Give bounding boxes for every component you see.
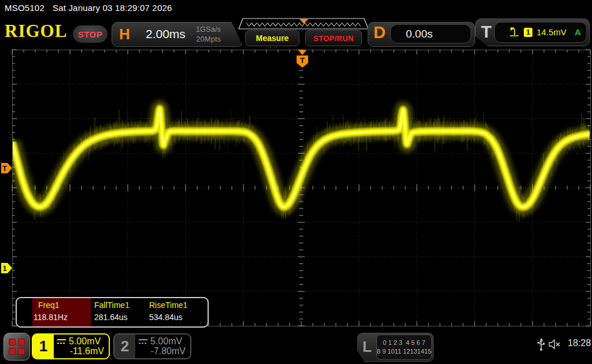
channel1-number: 1 xyxy=(33,335,54,358)
measurement-value: 534.84us xyxy=(149,313,183,322)
trigger-position-marker[interactable] xyxy=(298,50,306,55)
oscilloscope-screen: MSO5102Sat January 03 18:29:07 2026 RIGO… xyxy=(0,0,592,364)
channel1-scale: 5.00mV xyxy=(69,336,101,347)
measurement-value: 118.81Hz xyxy=(34,313,68,322)
measurement-results-box[interactable]: Freq1 FallTime1 RiseTime1 118.81Hz 281.6… xyxy=(16,297,209,328)
channel1-offset: -11.6mV xyxy=(70,346,104,356)
svg-text:1: 1 xyxy=(3,265,7,273)
svg-text:T: T xyxy=(2,165,7,173)
channel-menu-button[interactable] xyxy=(3,333,30,361)
channel1-box[interactable]: 1 5.00mV -11.6mV xyxy=(32,333,110,359)
usb-icon xyxy=(536,337,546,351)
channel2-number: 2 xyxy=(114,335,135,358)
logic-label: L xyxy=(362,338,372,356)
channel2-offset: -7.80mV xyxy=(151,346,186,356)
channel2-scale: 5.00mV xyxy=(150,336,182,347)
measurement-label[interactable]: Freq1 xyxy=(38,300,60,310)
measurement-value: 281.64us xyxy=(94,313,128,322)
dc-coupling-icon xyxy=(139,339,147,344)
clock: 18:28 xyxy=(568,338,591,348)
channel2-box[interactable]: 2 5.00mV -7.80mV xyxy=(113,333,191,359)
bottom-status-bar: 1 5.00mV -11.6mV 2 5.00mV -7.80mV L xyxy=(0,330,592,364)
grid-icon xyxy=(9,339,25,355)
dc-coupling-icon xyxy=(57,339,66,344)
channel1-waveform xyxy=(12,100,591,222)
speaker-muted-icon xyxy=(548,339,562,350)
measurement-label[interactable]: FallTime1 xyxy=(94,300,130,310)
logic-channels-box[interactable]: L 0 1 2 3 4 5 6 7 8 9 1011 12131415 xyxy=(357,333,434,362)
logic-channel-numbers: 0 1 2 3 4 5 6 7 8 9 1011 12131415 xyxy=(376,335,432,360)
measurement-label[interactable]: RiseTime1 xyxy=(149,300,187,310)
svg-text:T: T xyxy=(300,56,305,65)
